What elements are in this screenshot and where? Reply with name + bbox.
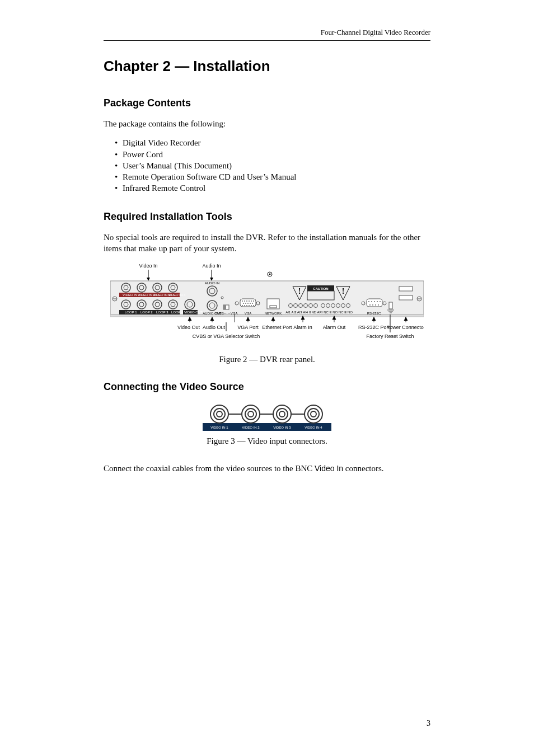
connect-video-source-text: Connect the coaxial cables from the vide… — [104, 463, 430, 474]
svg-point-156 — [308, 408, 319, 420]
svg-marker-123 — [271, 317, 275, 321]
svg-point-99 — [368, 301, 369, 302]
svg-text:VGA: VGA — [245, 312, 252, 315]
svg-point-107 — [378, 304, 379, 306]
svg-text:Alarm Out: Alarm Out — [323, 325, 346, 330]
svg-point-60 — [253, 300, 254, 302]
page-number: 3 — [427, 719, 430, 728]
svg-point-5 — [269, 274, 271, 275]
svg-point-150 — [245, 408, 256, 420]
section-tools-title: Required Installation Tools — [104, 211, 430, 223]
svg-text:LOOP 2: LOOP 2 — [140, 311, 153, 314]
svg-point-153 — [277, 408, 288, 420]
svg-text:VIDEO IN 2: VIDEO IN 2 — [242, 426, 260, 429]
svg-point-157 — [311, 411, 316, 417]
svg-marker-131 — [404, 317, 407, 321]
list-item: Remote Operation Software CD and User’s … — [123, 171, 430, 182]
svg-text:Power Connector: Power Connector — [386, 325, 424, 330]
svg-text:!: ! — [298, 287, 301, 295]
svg-point-64 — [250, 303, 251, 304]
svg-rect-6 — [110, 281, 424, 314]
svg-text:NETWORK: NETWORK — [265, 312, 282, 315]
svg-text:VIDEO IN 4: VIDEO IN 4 — [168, 293, 186, 297]
svg-text:LOOP 1: LOOP 1 — [125, 311, 137, 314]
svg-text:Ethernet Port: Ethernet Port — [262, 325, 292, 330]
svg-point-152 — [273, 405, 291, 423]
svg-point-103 — [380, 301, 381, 302]
svg-text:AUDIO IN: AUDIO IN — [205, 281, 220, 285]
svg-text:VIDEO OUT: VIDEO OUT — [184, 311, 203, 314]
connect-text-pre: Connect the coaxial cables from the vide… — [104, 464, 315, 473]
svg-point-101 — [374, 301, 375, 302]
svg-text:LOOP 3: LOOP 3 — [156, 311, 168, 314]
svg-point-56 — [244, 300, 245, 302]
svg-text:VIDEO IN 3: VIDEO IN 3 — [273, 426, 291, 429]
svg-point-105 — [372, 304, 373, 306]
package-intro: The package contains the following: — [104, 118, 430, 129]
tools-body: No special tools are required to install… — [104, 232, 430, 255]
svg-rect-97 — [367, 299, 382, 307]
svg-rect-50 — [223, 305, 226, 309]
svg-point-149 — [242, 405, 260, 423]
svg-rect-114 — [399, 295, 413, 300]
section-video-source-title: Connecting the Video Source — [104, 381, 430, 393]
figure2-caption: Figure 2 — DVR rear panel. — [104, 355, 430, 364]
svg-text:VGA Port: VGA Port — [237, 325, 259, 330]
svg-marker-121 — [246, 317, 250, 321]
svg-text:CAUTION: CAUTION — [313, 287, 328, 290]
list-item: User’s Manual (This Document) — [123, 160, 430, 171]
svg-point-58 — [249, 300, 250, 302]
dvr-rear-panel-diagram: Video In Audio In — [110, 262, 424, 351]
svg-text:RS-232C Port: RS-232C Port — [358, 325, 390, 330]
svg-marker-118 — [210, 317, 214, 321]
svg-text:LOOP 4: LOOP 4 — [171, 311, 184, 314]
section-package-title: Package Contents — [104, 97, 430, 109]
package-list: Digital Video Recorder Power Cord User’s… — [104, 137, 430, 194]
svg-point-68 — [246, 305, 247, 306]
list-item: Power Cord — [123, 149, 430, 160]
document-page: Four-Channel Digital Video Recorder Chap… — [0, 0, 534, 756]
svg-point-57 — [246, 300, 247, 302]
svg-text:VIDEO IN 1: VIDEO IN 1 — [210, 426, 228, 429]
figure-3: VIDEO IN 1 VIDEO IN 2 VIDEO IN 3 VIDEO I… — [104, 402, 430, 433]
svg-text:Audio Out: Audio Out — [203, 325, 226, 330]
svg-text:RS-232C: RS-232C — [367, 312, 381, 315]
svg-text:CVBS or VGA Selector Switch: CVBS or VGA Selector Switch — [193, 334, 260, 339]
connect-text-post: connectors. — [343, 464, 383, 473]
svg-point-61 — [243, 303, 244, 304]
figure-2: Video In Audio In — [104, 262, 430, 351]
svg-text:AI1 AI2 AI3 AI4 GND ARI  NC   : AI1 AI2 AI3 AI4 GND ARI NC E NO NC E NO — [285, 311, 353, 314]
svg-point-102 — [377, 301, 378, 302]
svg-marker-129 — [372, 317, 376, 321]
svg-rect-113 — [399, 287, 413, 291]
svg-text:Factory Reset Switch: Factory Reset Switch — [366, 334, 414, 339]
svg-point-148 — [217, 411, 222, 417]
svg-point-71 — [253, 305, 254, 306]
svg-marker-3 — [210, 278, 213, 281]
svg-point-100 — [371, 301, 372, 302]
video-input-connectors-diagram: VIDEO IN 1 VIDEO IN 2 VIDEO IN 3 VIDEO I… — [203, 402, 331, 433]
svg-point-62 — [245, 303, 246, 304]
svg-point-59 — [251, 300, 252, 302]
chapter-title: Chapter 2 — Installation — [104, 58, 430, 75]
svg-point-65 — [252, 303, 253, 304]
svg-point-155 — [305, 405, 322, 423]
svg-point-66 — [242, 305, 243, 306]
svg-text:Video Out: Video Out — [177, 325, 200, 330]
header-rule — [104, 40, 430, 41]
svg-point-151 — [248, 411, 254, 417]
connect-text-label: Video In — [315, 464, 343, 473]
svg-text:Alarm In: Alarm In — [293, 325, 312, 330]
svg-point-106 — [375, 304, 376, 306]
list-item: Infrared Remote Control — [123, 182, 430, 194]
label-video-in-top: Video In — [139, 263, 158, 269]
svg-text:VIDEO IN 4: VIDEO IN 4 — [305, 426, 322, 429]
svg-point-67 — [244, 305, 245, 306]
svg-marker-116 — [188, 317, 191, 321]
svg-text:!: ! — [342, 287, 345, 295]
svg-marker-1 — [147, 278, 150, 281]
svg-point-104 — [369, 304, 371, 306]
svg-point-154 — [279, 411, 285, 417]
running-header: Four-Channel Digital Video Recorder — [104, 28, 430, 37]
svg-rect-74 — [270, 306, 277, 308]
